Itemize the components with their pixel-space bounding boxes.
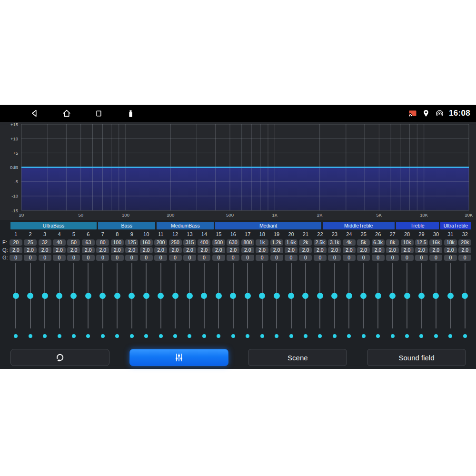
gain-slider[interactable] bbox=[67, 262, 81, 329]
slider-handle[interactable] bbox=[56, 293, 62, 299]
gain-slider[interactable] bbox=[168, 262, 182, 329]
gain-slider[interactable] bbox=[429, 262, 443, 329]
slider-handle[interactable] bbox=[462, 293, 468, 299]
band-indicator[interactable] bbox=[313, 332, 327, 340]
slider-handle[interactable] bbox=[99, 293, 106, 299]
gain-slider[interactable] bbox=[81, 262, 95, 329]
band-indicator[interactable] bbox=[9, 332, 23, 340]
slider-handle[interactable] bbox=[85, 293, 91, 299]
band-indicator-dot[interactable] bbox=[376, 334, 380, 338]
slider-handle[interactable] bbox=[216, 293, 222, 299]
band-indicator-dot[interactable] bbox=[29, 334, 32, 338]
gain-slider[interactable] bbox=[313, 262, 327, 329]
band-indicator-dot[interactable] bbox=[448, 334, 452, 338]
slider-handle[interactable] bbox=[230, 293, 236, 299]
slider-handle[interactable] bbox=[245, 293, 251, 299]
band-indicator[interactable] bbox=[357, 332, 371, 340]
band-indicator-dot[interactable] bbox=[58, 334, 61, 338]
band-indicator[interactable] bbox=[240, 332, 255, 340]
gain-slider[interactable] bbox=[357, 262, 371, 329]
equalizer-button[interactable] bbox=[129, 349, 228, 366]
gain-slider[interactable] bbox=[153, 262, 168, 329]
slider-handle[interactable] bbox=[70, 293, 77, 299]
slider-handle[interactable] bbox=[27, 293, 33, 299]
gain-slider[interactable] bbox=[284, 262, 298, 329]
reset-button[interactable] bbox=[10, 349, 109, 366]
band-indicator-dot[interactable] bbox=[202, 334, 206, 338]
band-indicator-dot[interactable] bbox=[159, 334, 163, 338]
band-indicator[interactable] bbox=[458, 332, 472, 340]
band-indicator[interactable] bbox=[443, 332, 457, 340]
recents-icon[interactable] bbox=[93, 108, 104, 119]
slider-handle[interactable] bbox=[375, 293, 381, 299]
gain-slider[interactable] bbox=[226, 262, 240, 329]
scene-button[interactable]: Scene bbox=[248, 349, 347, 366]
band-indicator-dot[interactable] bbox=[289, 334, 293, 338]
band-indicator-dot[interactable] bbox=[304, 334, 307, 338]
band-indicator[interactable] bbox=[52, 332, 66, 340]
band-indicator-dot[interactable] bbox=[419, 334, 423, 338]
gain-slider[interactable] bbox=[96, 262, 110, 329]
slider-handle[interactable] bbox=[259, 293, 265, 299]
band-indicator-dot[interactable] bbox=[43, 334, 47, 338]
band-indicator-dot[interactable] bbox=[246, 334, 249, 338]
band-indicator-dot[interactable] bbox=[217, 334, 220, 338]
band-indicator[interactable] bbox=[429, 332, 443, 340]
gain-slider[interactable] bbox=[182, 262, 197, 329]
slider-handle[interactable] bbox=[114, 293, 120, 299]
gain-slider[interactable] bbox=[197, 262, 211, 329]
band-indicator[interactable] bbox=[197, 332, 211, 340]
sound-field-button[interactable]: Sound field bbox=[367, 349, 466, 366]
slider-handle[interactable] bbox=[288, 293, 294, 299]
slider-handle[interactable] bbox=[302, 293, 308, 299]
band-indicator[interactable] bbox=[211, 332, 226, 340]
gain-slider[interactable] bbox=[38, 262, 52, 329]
band-indicator[interactable] bbox=[327, 332, 342, 340]
band-indicator-dot[interactable] bbox=[231, 334, 235, 338]
slider-handle[interactable] bbox=[317, 293, 323, 299]
gain-slider[interactable] bbox=[52, 262, 66, 329]
band-indicator-dot[interactable] bbox=[362, 334, 366, 338]
band-indicator[interactable] bbox=[255, 332, 269, 340]
band-indicator-dot[interactable] bbox=[101, 334, 105, 338]
gain-slider[interactable] bbox=[443, 262, 457, 329]
band-indicator-dot[interactable] bbox=[115, 334, 119, 338]
gain-slider[interactable] bbox=[125, 262, 139, 329]
band-indicator-dot[interactable] bbox=[14, 334, 18, 338]
band-indicator[interactable] bbox=[226, 332, 240, 340]
band-indicator[interactable] bbox=[67, 332, 81, 340]
gain-slider[interactable] bbox=[400, 262, 414, 329]
gain-slider[interactable] bbox=[255, 262, 269, 329]
band-indicator[interactable] bbox=[371, 332, 385, 340]
gain-slider[interactable] bbox=[139, 262, 153, 329]
slider-handle[interactable] bbox=[331, 293, 337, 299]
band-indicator-dot[interactable] bbox=[391, 334, 395, 338]
band-indicator-dot[interactable] bbox=[173, 334, 177, 338]
band-indicator[interactable] bbox=[284, 332, 298, 340]
slider-handle[interactable] bbox=[158, 293, 164, 299]
slider-handle[interactable] bbox=[404, 293, 410, 299]
slider-handle[interactable] bbox=[346, 293, 352, 299]
band-indicator[interactable] bbox=[414, 332, 428, 340]
gain-slider[interactable] bbox=[269, 262, 284, 329]
band-indicator[interactable] bbox=[38, 332, 52, 340]
slider-handle[interactable] bbox=[447, 293, 454, 299]
gain-slider[interactable] bbox=[327, 262, 342, 329]
band-indicator-dot[interactable] bbox=[275, 334, 278, 338]
slider-handle[interactable] bbox=[389, 293, 396, 299]
slider-handle[interactable] bbox=[42, 293, 48, 299]
band-indicator-dot[interactable] bbox=[144, 334, 148, 338]
band-indicator[interactable] bbox=[110, 332, 124, 340]
band-indicator[interactable] bbox=[400, 332, 414, 340]
gain-slider[interactable] bbox=[298, 262, 313, 329]
back-icon[interactable] bbox=[30, 108, 40, 119]
gain-slider[interactable] bbox=[240, 262, 255, 329]
slider-handle[interactable] bbox=[433, 293, 439, 299]
band-indicator-dot[interactable] bbox=[434, 334, 438, 338]
band-indicator[interactable] bbox=[23, 332, 37, 340]
slider-handle[interactable] bbox=[418, 293, 425, 299]
home-icon[interactable] bbox=[61, 108, 72, 119]
slider-handle[interactable] bbox=[274, 293, 280, 299]
band-indicator-dot[interactable] bbox=[260, 334, 264, 338]
band-indicator-dot[interactable] bbox=[333, 334, 337, 338]
